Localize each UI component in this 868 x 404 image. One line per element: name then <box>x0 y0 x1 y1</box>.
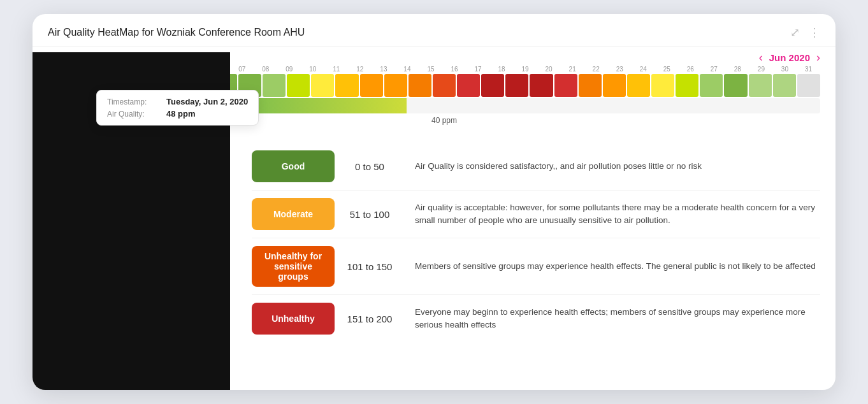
heatmap-cell[interactable] <box>700 74 723 97</box>
heatmap-axis-label: 17 <box>467 66 490 73</box>
heatmap-cell[interactable] <box>603 74 626 97</box>
legend-range: 101 to 150 <box>335 261 405 272</box>
legend-badge: Moderate <box>252 198 335 230</box>
tooltip-airquality-label: Air Quality: <box>107 110 161 119</box>
menu-icon[interactable]: ⋮ <box>809 25 820 40</box>
heatmap-cell[interactable] <box>433 74 456 97</box>
month-label: Jun 2020 <box>769 52 810 63</box>
tooltip-airquality-row: Air Quality: 48 ppm <box>107 109 248 119</box>
tooltip: Timestamp: Tuesday, Jun 2, 2020 Air Qual… <box>96 90 259 126</box>
heatmap-axis-label: 27 <box>702 66 726 73</box>
legend-description: Members of sensitive groups may experien… <box>405 260 820 273</box>
heatmap-axis-label: 09 <box>277 66 301 73</box>
legend-range: 51 to 100 <box>335 209 405 220</box>
legend-badge: Unhealthy <box>252 303 335 335</box>
prev-month-button[interactable]: ‹ <box>759 52 763 63</box>
legend-row: Moderate51 to 100Air quality is acceptab… <box>252 191 820 238</box>
tooltip-timestamp-label: Timestamp: <box>107 97 161 106</box>
heatmap-cell[interactable] <box>335 74 358 97</box>
heatmap-axis-label: 18 <box>490 66 514 73</box>
card-header: Air Quality HeatMap for Wozniak Conferen… <box>33 14 835 47</box>
main-card: Air Quality HeatMap for Wozniak Conferen… <box>33 14 835 390</box>
heatmap-axis-label: 15 <box>419 66 442 73</box>
legend-range: 151 to 200 <box>335 314 405 324</box>
heatmap-cell[interactable] <box>409 74 431 97</box>
heatmap-axis-label: 31 <box>797 66 820 73</box>
next-month-button[interactable]: › <box>816 52 820 63</box>
heatmap-axis-label: 26 <box>679 66 702 73</box>
heatmap-axis-label: 16 <box>442 66 466 73</box>
heatmap-axis-label: 22 <box>584 66 608 73</box>
heatmap-cell[interactable] <box>263 74 286 97</box>
heatmap-axis-label: 23 <box>608 66 632 73</box>
heatmap-axis-label: 29 <box>749 66 773 73</box>
legend-row: Unhealthy for sensitive groups101 to 150… <box>252 238 820 295</box>
heatmap-axis-label: 19 <box>514 66 537 73</box>
heatmap-cell[interactable] <box>481 74 504 97</box>
legend-row: Unhealthy151 to 200Everyone may beginn t… <box>252 295 820 342</box>
tooltip-airquality-value: 48 ppm <box>166 109 196 119</box>
heatmap-axis-label: 08 <box>254 66 277 73</box>
heatmap-axis-label: 11 <box>324 66 348 73</box>
heatmap-cell[interactable] <box>554 74 577 97</box>
heatmap-cell[interactable] <box>505 74 528 97</box>
legend-badge: Unhealthy for sensitive groups <box>252 246 335 287</box>
legend-description: Air quality is acceptable: however, for … <box>405 201 820 227</box>
heatmap-cell[interactable] <box>287 74 310 97</box>
heatmap-axis-label: 20 <box>537 66 561 73</box>
tooltip-timestamp-value: Tuesday, Jun 2, 2020 <box>166 97 248 106</box>
heatmap-axis-label: 24 <box>632 66 655 73</box>
heatmap-axis-label: 21 <box>561 66 584 73</box>
heatmap-cell[interactable] <box>676 74 698 97</box>
heatmap-cell[interactable] <box>773 74 796 97</box>
heatmap-cell[interactable] <box>457 74 480 97</box>
heatmap-cell[interactable] <box>384 74 407 97</box>
heatmap-cell[interactable] <box>627 74 650 97</box>
heatmap-axis-label: 13 <box>372 66 395 73</box>
legend-description: Air Quality is considered satisfactory,,… <box>405 160 820 173</box>
heatmap-axis-label: 07 <box>230 66 254 73</box>
heatmap-cell[interactable] <box>749 74 772 97</box>
heatmap-cell[interactable] <box>651 74 674 97</box>
expand-icon[interactable]: ⤢ <box>790 25 800 40</box>
heatmap-axis-label: 30 <box>773 66 797 73</box>
heatmap-axis-label: 10 <box>301 66 324 73</box>
heatmap-axis-label: 12 <box>348 66 372 73</box>
heatmap-cell[interactable] <box>530 74 553 97</box>
heatmap-cell[interactable] <box>360 74 383 97</box>
heatmap-axis-label: 28 <box>726 66 749 73</box>
legend-range: 0 to 50 <box>335 161 405 172</box>
right-legend: Good0 to 50Air Quality is considered sat… <box>236 136 835 349</box>
header-icons: ⤢ ⋮ <box>790 25 820 40</box>
tooltip-timestamp-row: Timestamp: Tuesday, Jun 2, 2020 <box>107 97 248 106</box>
heatmap-cell[interactable] <box>579 74 602 97</box>
card-title: Air Quality HeatMap for Wozniak Conferen… <box>48 27 305 38</box>
legend-badge: Good <box>252 150 335 182</box>
heatmap-axis-label: 25 <box>655 66 679 73</box>
heatmap-axis-label: 14 <box>395 66 419 73</box>
heatmap-cell[interactable] <box>724 74 747 97</box>
heatmap-cell[interactable] <box>797 74 820 97</box>
legend-row: Good0 to 50Air Quality is considered sat… <box>252 143 820 191</box>
legend-description: Everyone may beginn to experience health… <box>405 306 820 332</box>
heatmap-cell[interactable] <box>311 74 334 97</box>
